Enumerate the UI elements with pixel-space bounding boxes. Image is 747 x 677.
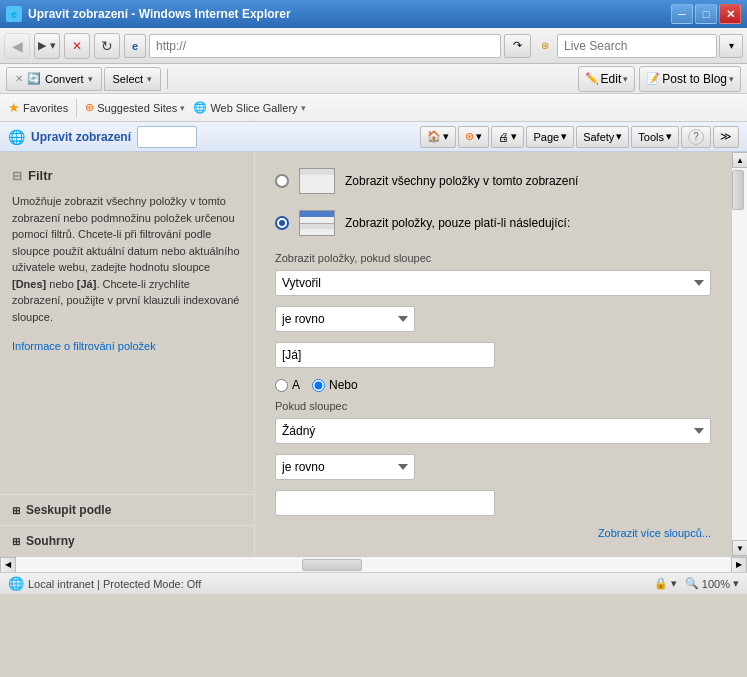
- feed-dropdown-icon[interactable]: ▾: [476, 130, 482, 143]
- gallery-dropdown-icon[interactable]: ▾: [301, 103, 306, 113]
- scrollbar-thumb[interactable]: [732, 170, 744, 210]
- post-dropdown[interactable]: ▾: [729, 74, 734, 84]
- help-button[interactable]: ?: [681, 126, 711, 148]
- live-search-icon: ⊛: [535, 36, 555, 56]
- page-button[interactable]: Page ▾: [526, 126, 574, 148]
- column1-select[interactable]: Vytvořil: [275, 270, 711, 296]
- home-button[interactable]: 🏠 ▾: [420, 126, 456, 148]
- scroll-left-button[interactable]: ◀: [0, 557, 16, 573]
- back-button[interactable]: ◀: [4, 33, 30, 59]
- more-columns-link[interactable]: Zobrazit více sloupců...: [598, 527, 711, 539]
- horizontal-scrollbar: ◀ ▶: [0, 556, 747, 572]
- tab-select-label: Select: [113, 73, 144, 85]
- value2-input[interactable]: [275, 490, 495, 516]
- scroll-right-button[interactable]: ▶: [731, 557, 747, 573]
- filter-help-link[interactable]: Informace o filtrování položek: [12, 340, 156, 352]
- tab-select-dropdown[interactable]: ▾: [147, 74, 152, 84]
- feeds-button[interactable]: ⊛ ▾: [458, 126, 489, 148]
- h-scrollbar-track[interactable]: [16, 557, 731, 572]
- close-tab-icon[interactable]: ✕: [15, 73, 23, 84]
- star-icon: ★: [8, 100, 20, 115]
- radio-or[interactable]: [312, 379, 325, 392]
- suggested-dropdown-icon[interactable]: ▾: [180, 103, 185, 113]
- h-scrollbar-thumb[interactable]: [302, 559, 362, 571]
- group-expand-icon: ⊞: [12, 505, 20, 516]
- page-icon: 🌐: [8, 129, 25, 145]
- restore-button[interactable]: □: [695, 4, 717, 24]
- filtered-items-icon: [299, 210, 335, 236]
- safety-label: Safety: [583, 131, 614, 143]
- expand-button[interactable]: ≫: [713, 126, 739, 148]
- radio-and-label[interactable]: A: [275, 378, 300, 392]
- print-button[interactable]: 🖨 ▾: [491, 126, 524, 148]
- left-scroll-content: ⊟ Filtr Umožňuje zobrazit všechny položk…: [0, 152, 254, 494]
- web-slice-gallery-item[interactable]: 🌐 Web Slice Gallery ▾: [193, 101, 305, 114]
- refresh-button[interactable]: ↻: [94, 33, 120, 59]
- address-input[interactable]: [149, 34, 501, 58]
- zoom-icon: 🔍: [685, 577, 699, 590]
- scroll-down-button[interactable]: ▼: [732, 540, 747, 556]
- tab-convert-dropdown[interactable]: ▾: [88, 74, 93, 84]
- value1-row: [275, 342, 711, 368]
- tab-convert[interactable]: ✕ 🔄 Convert ▾: [6, 67, 102, 91]
- navigation-bar: ◀ ▶ ▾ ✕ ↻ e ↷ ⊛ ▾: [0, 28, 747, 64]
- post-to-blog-group[interactable]: 📝 Post to Blog ▾: [639, 66, 741, 92]
- zoom-control[interactable]: 🔍 100% ▾: [685, 577, 739, 590]
- title-bar: e Upravit zobrazení - Windows Internet E…: [0, 0, 747, 28]
- radio-all-items[interactable]: [275, 174, 289, 188]
- safety-dropdown-icon[interactable]: ▾: [616, 130, 622, 143]
- forward-button[interactable]: ▶ ▾: [34, 33, 60, 59]
- content-wrapper: ⊟ Filtr Umožňuje zobrazit všechny položk…: [0, 152, 747, 572]
- lock-control[interactable]: 🔒 ▾: [654, 577, 677, 590]
- home-dropdown-icon[interactable]: ▾: [443, 130, 449, 143]
- second-filter-label: Pokud sloupec: [275, 400, 711, 412]
- tab-select[interactable]: Select ▾: [104, 67, 162, 91]
- breadcrumb-search-input[interactable]: [137, 126, 197, 148]
- search-button[interactable]: ▾: [719, 34, 743, 58]
- scrollbar-track[interactable]: [732, 168, 747, 540]
- edit-group[interactable]: ✏️ Edit ▾: [578, 66, 636, 92]
- option-filtered-label: Zobrazit položky, pouze platí-li následu…: [345, 216, 570, 230]
- radio-and[interactable]: [275, 379, 288, 392]
- favorites-button[interactable]: ★ Favorites: [8, 100, 68, 115]
- safety-button[interactable]: Safety ▾: [576, 126, 629, 148]
- summary-section[interactable]: ⊞ Souhrny: [0, 525, 254, 556]
- all-items-icon: [299, 168, 335, 194]
- page-dropdown-icon[interactable]: ▾: [561, 130, 567, 143]
- address-icon: e: [124, 34, 146, 58]
- go-button[interactable]: ↷: [504, 34, 531, 58]
- filter-section-header[interactable]: ⊟ Filtr: [12, 164, 242, 187]
- minimize-button[interactable]: ─: [671, 4, 693, 24]
- operator1-row: je rovno: [275, 306, 711, 332]
- feed-icon: ⊛: [465, 130, 474, 143]
- summary-expand-icon: ⊞: [12, 536, 20, 547]
- value1-input[interactable]: [275, 342, 495, 368]
- option-all-items: Zobrazit všechny položky v tomto zobraze…: [275, 168, 711, 194]
- column2-select[interactable]: Žádný: [275, 418, 711, 444]
- command-bar: ✕ 🔄 Convert ▾ Select ▾ ✏️ Edit ▾ 📝 Post …: [0, 64, 747, 94]
- operator2-select[interactable]: je rovno: [275, 454, 415, 480]
- favorites-bar: ★ Favorites ⊛ Suggested Sites ▾ 🌐 Web Sl…: [0, 94, 747, 122]
- web-slice-label: Web Slice Gallery: [210, 102, 297, 114]
- search-input[interactable]: [557, 34, 717, 58]
- value2-row: [275, 490, 711, 516]
- favorites-label: Favorites: [23, 102, 68, 114]
- suggested-sites-item[interactable]: ⊛ Suggested Sites ▾: [85, 101, 185, 114]
- tools-button[interactable]: Tools ▾: [631, 126, 679, 148]
- stop-button[interactable]: ✕: [64, 33, 90, 59]
- filter-description: Umožňuje zobrazit všechny položky v tomt…: [12, 193, 242, 325]
- status-text: Local intranet | Protected Mode: Off: [28, 578, 201, 590]
- close-button[interactable]: ✕: [719, 4, 741, 24]
- lock-dropdown-icon[interactable]: ▾: [671, 577, 677, 590]
- scroll-up-button[interactable]: ▲: [732, 152, 747, 168]
- radio-filtered-items[interactable]: [275, 216, 289, 230]
- operator1-select[interactable]: je rovno: [275, 306, 415, 332]
- radio-or-label[interactable]: Nebo: [312, 378, 358, 392]
- zoom-dropdown-icon[interactable]: ▾: [733, 577, 739, 590]
- group-section[interactable]: ⊞ Seskupit podle: [0, 494, 254, 525]
- edit-label: Edit: [601, 72, 622, 86]
- edit-dropdown[interactable]: ▾: [623, 74, 628, 84]
- status-zone: 🌐 Local intranet | Protected Mode: Off: [8, 576, 646, 591]
- print-dropdown-icon[interactable]: ▾: [511, 130, 517, 143]
- tools-dropdown-icon[interactable]: ▾: [666, 130, 672, 143]
